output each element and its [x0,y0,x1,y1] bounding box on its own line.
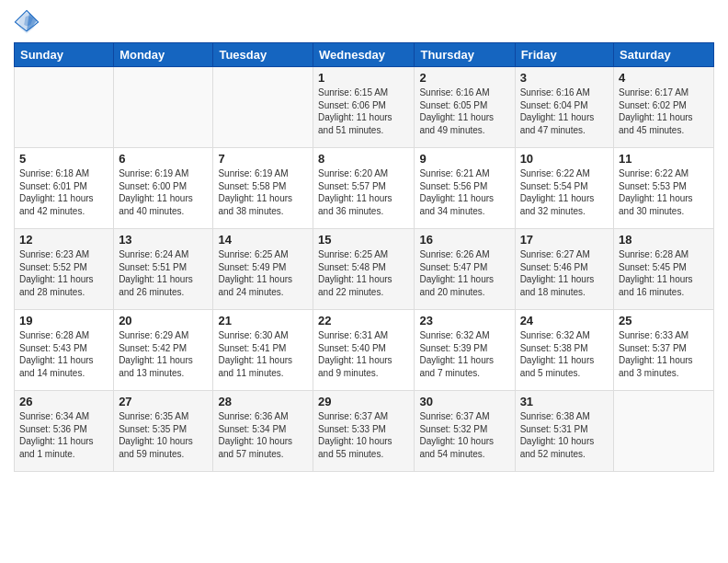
day-info: Sunrise: 6:17 AM Sunset: 6:02 PM Dayligh… [619,86,709,136]
empty-cell [15,67,114,148]
day-info: Sunrise: 6:18 AM Sunset: 6:01 PM Dayligh… [19,167,108,217]
day-number: 13 [119,233,208,247]
day-number: 29 [318,395,409,408]
day-cell-10: 10Sunrise: 6:22 AM Sunset: 5:54 PM Dayli… [515,148,613,229]
day-number: 17 [520,233,609,247]
day-number: 2 [419,71,509,85]
weekday-header-saturday: Saturday [614,43,714,67]
day-cell-25: 25Sunrise: 6:33 AM Sunset: 5:37 PM Dayli… [614,310,714,391]
day-cell-7: 7Sunrise: 6:19 AM Sunset: 5:58 PM Daylig… [213,148,313,229]
day-info: Sunrise: 6:28 AM Sunset: 5:45 PM Dayligh… [619,248,709,298]
week-row-4: 19Sunrise: 6:28 AM Sunset: 5:43 PM Dayli… [15,310,714,391]
day-number: 12 [19,233,108,247]
day-cell-16: 16Sunrise: 6:26 AM Sunset: 5:47 PM Dayli… [415,229,515,310]
day-cell-9: 9Sunrise: 6:21 AM Sunset: 5:56 PM Daylig… [415,148,515,229]
day-cell-31: 31Sunrise: 6:38 AM Sunset: 5:31 PM Dayli… [515,391,613,472]
day-number: 30 [419,395,509,408]
day-number: 16 [419,233,509,247]
day-info: Sunrise: 6:23 AM Sunset: 5:52 PM Dayligh… [19,248,108,298]
day-number: 11 [619,152,709,166]
week-row-3: 12Sunrise: 6:23 AM Sunset: 5:52 PM Dayli… [15,229,714,310]
day-number: 19 [19,314,108,327]
weekday-header-row: SundayMondayTuesdayWednesdayThursdayFrid… [15,43,714,67]
day-number: 27 [119,395,208,408]
day-cell-1: 1Sunrise: 6:15 AM Sunset: 6:06 PM Daylig… [313,67,415,148]
empty-cell [114,67,213,148]
day-info: Sunrise: 6:32 AM Sunset: 5:38 PM Dayligh… [520,329,609,379]
weekday-header-monday: Monday [114,43,213,67]
day-info: Sunrise: 6:22 AM Sunset: 5:53 PM Dayligh… [619,167,709,217]
day-number: 25 [619,314,709,327]
day-info: Sunrise: 6:25 AM Sunset: 5:49 PM Dayligh… [218,248,308,298]
day-number: 6 [119,152,208,166]
day-number: 18 [619,233,709,247]
day-info: Sunrise: 6:31 AM Sunset: 5:40 PM Dayligh… [318,329,409,379]
day-number: 28 [218,395,308,408]
day-info: Sunrise: 6:19 AM Sunset: 6:00 PM Dayligh… [119,167,208,217]
weekday-header-friday: Friday [515,43,613,67]
day-info: Sunrise: 6:34 AM Sunset: 5:36 PM Dayligh… [19,410,108,460]
day-cell-4: 4Sunrise: 6:17 AM Sunset: 6:02 PM Daylig… [614,67,714,148]
day-cell-23: 23Sunrise: 6:32 AM Sunset: 5:39 PM Dayli… [415,310,515,391]
calendar-table: SundayMondayTuesdayWednesdayThursdayFrid… [14,42,714,472]
day-number: 3 [520,71,609,85]
day-cell-21: 21Sunrise: 6:30 AM Sunset: 5:41 PM Dayli… [213,310,313,391]
logo [14,9,43,35]
day-cell-11: 11Sunrise: 6:22 AM Sunset: 5:53 PM Dayli… [614,148,714,229]
day-info: Sunrise: 6:33 AM Sunset: 5:37 PM Dayligh… [619,329,709,379]
day-info: Sunrise: 6:36 AM Sunset: 5:34 PM Dayligh… [218,410,308,460]
day-info: Sunrise: 6:19 AM Sunset: 5:58 PM Dayligh… [218,167,308,217]
day-cell-19: 19Sunrise: 6:28 AM Sunset: 5:43 PM Dayli… [15,310,114,391]
day-cell-14: 14Sunrise: 6:25 AM Sunset: 5:49 PM Dayli… [213,229,313,310]
day-cell-17: 17Sunrise: 6:27 AM Sunset: 5:46 PM Dayli… [515,229,613,310]
day-number: 8 [318,152,409,166]
day-info: Sunrise: 6:27 AM Sunset: 5:46 PM Dayligh… [520,248,609,298]
logo-icon [14,9,40,35]
day-info: Sunrise: 6:26 AM Sunset: 5:47 PM Dayligh… [419,248,509,298]
day-info: Sunrise: 6:20 AM Sunset: 5:57 PM Dayligh… [318,167,409,217]
empty-cell [614,391,714,472]
day-cell-3: 3Sunrise: 6:16 AM Sunset: 6:04 PM Daylig… [515,67,613,148]
day-info: Sunrise: 6:30 AM Sunset: 5:41 PM Dayligh… [218,329,308,379]
day-number: 20 [119,314,208,327]
day-number: 23 [419,314,509,327]
page-container: SundayMondayTuesdayWednesdayThursdayFrid… [0,0,728,481]
day-cell-5: 5Sunrise: 6:18 AM Sunset: 6:01 PM Daylig… [15,148,114,229]
day-info: Sunrise: 6:35 AM Sunset: 5:35 PM Dayligh… [119,410,208,460]
day-cell-13: 13Sunrise: 6:24 AM Sunset: 5:51 PM Dayli… [114,229,213,310]
day-cell-26: 26Sunrise: 6:34 AM Sunset: 5:36 PM Dayli… [15,391,114,472]
day-info: Sunrise: 6:32 AM Sunset: 5:39 PM Dayligh… [419,329,509,379]
week-row-5: 26Sunrise: 6:34 AM Sunset: 5:36 PM Dayli… [15,391,714,472]
day-number: 10 [520,152,609,166]
week-row-2: 5Sunrise: 6:18 AM Sunset: 6:01 PM Daylig… [15,148,714,229]
day-cell-28: 28Sunrise: 6:36 AM Sunset: 5:34 PM Dayli… [213,391,313,472]
day-number: 1 [318,71,409,85]
empty-cell [213,67,313,148]
day-number: 31 [520,395,609,408]
day-info: Sunrise: 6:25 AM Sunset: 5:48 PM Dayligh… [318,248,409,298]
header [14,9,714,35]
weekday-header-wednesday: Wednesday [313,43,415,67]
weekday-header-tuesday: Tuesday [213,43,313,67]
weekday-header-thursday: Thursday [415,43,515,67]
day-info: Sunrise: 6:15 AM Sunset: 6:06 PM Dayligh… [318,86,409,136]
day-info: Sunrise: 6:37 AM Sunset: 5:33 PM Dayligh… [318,410,409,460]
day-cell-8: 8Sunrise: 6:20 AM Sunset: 5:57 PM Daylig… [313,148,415,229]
day-cell-12: 12Sunrise: 6:23 AM Sunset: 5:52 PM Dayli… [15,229,114,310]
day-info: Sunrise: 6:37 AM Sunset: 5:32 PM Dayligh… [419,410,509,460]
day-cell-15: 15Sunrise: 6:25 AM Sunset: 5:48 PM Dayli… [313,229,415,310]
day-number: 14 [218,233,308,247]
day-cell-18: 18Sunrise: 6:28 AM Sunset: 5:45 PM Dayli… [614,229,714,310]
day-number: 15 [318,233,409,247]
day-info: Sunrise: 6:28 AM Sunset: 5:43 PM Dayligh… [19,329,108,379]
day-info: Sunrise: 6:29 AM Sunset: 5:42 PM Dayligh… [119,329,208,379]
day-cell-6: 6Sunrise: 6:19 AM Sunset: 6:00 PM Daylig… [114,148,213,229]
day-number: 7 [218,152,308,166]
day-info: Sunrise: 6:22 AM Sunset: 5:54 PM Dayligh… [520,167,609,217]
day-number: 24 [520,314,609,327]
day-cell-2: 2Sunrise: 6:16 AM Sunset: 6:05 PM Daylig… [415,67,515,148]
day-number: 26 [19,395,108,408]
day-number: 22 [318,314,409,327]
weekday-header-sunday: Sunday [15,43,114,67]
day-cell-29: 29Sunrise: 6:37 AM Sunset: 5:33 PM Dayli… [313,391,415,472]
